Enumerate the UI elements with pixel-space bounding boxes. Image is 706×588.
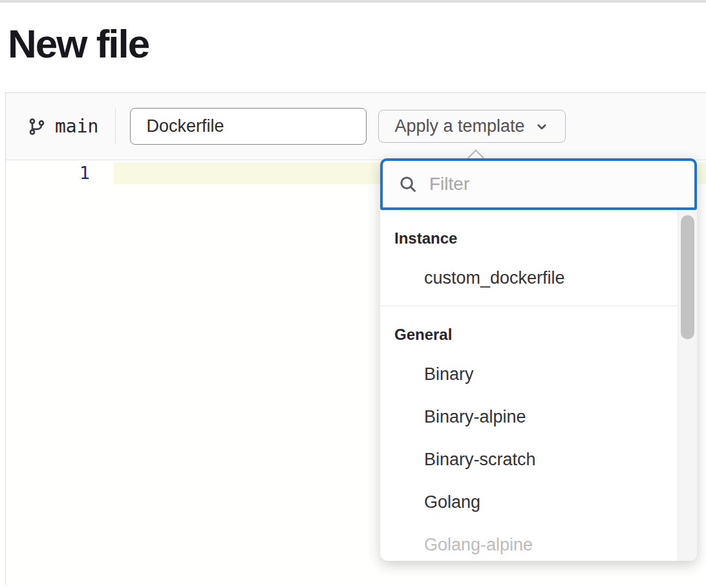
template-option[interactable]: Binary-scratch: [380, 438, 678, 481]
top-divider: [0, 0, 706, 3]
page-title: New file: [8, 21, 149, 67]
filename-input[interactable]: [130, 108, 367, 145]
template-option[interactable]: custom_dockerfile: [380, 257, 678, 299]
dropdown-scrollbar-thumb[interactable]: [681, 215, 694, 339]
git-branch-icon: [28, 118, 46, 136]
template-option[interactable]: Binary: [380, 353, 678, 395]
template-section: Instance custom_dockerfile: [380, 210, 678, 306]
template-option[interactable]: Golang-alpine: [380, 523, 678, 561]
template-section-header: Instance: [380, 220, 678, 257]
template-section-header: General: [380, 317, 678, 353]
branch-indicator: main: [28, 116, 98, 137]
apply-template-label: Apply a template: [394, 116, 524, 136]
chevron-down-icon: [534, 119, 550, 134]
branch-name: main: [55, 116, 98, 137]
template-list: Instance custom_dockerfile General Binar…: [380, 210, 697, 561]
template-option[interactable]: Golang: [380, 481, 678, 523]
apply-template-button[interactable]: Apply a template: [378, 110, 565, 143]
editor-toolbar: main Apply a template: [6, 93, 706, 160]
toolbar-divider: [115, 109, 116, 145]
template-dropdown: Instance custom_dockerfile General Binar…: [380, 158, 697, 561]
dropdown-filter-box: [380, 158, 697, 210]
dropdown-scrollbar-track[interactable]: [678, 210, 697, 561]
filter-input[interactable]: [429, 174, 679, 194]
template-list-content: Instance custom_dockerfile General Binar…: [380, 210, 678, 561]
search-icon: [398, 174, 418, 194]
line-number: 1: [6, 162, 90, 184]
template-section: General Binary Binary-alpine Binary-scra…: [380, 306, 678, 561]
template-option[interactable]: Binary-alpine: [380, 395, 678, 438]
